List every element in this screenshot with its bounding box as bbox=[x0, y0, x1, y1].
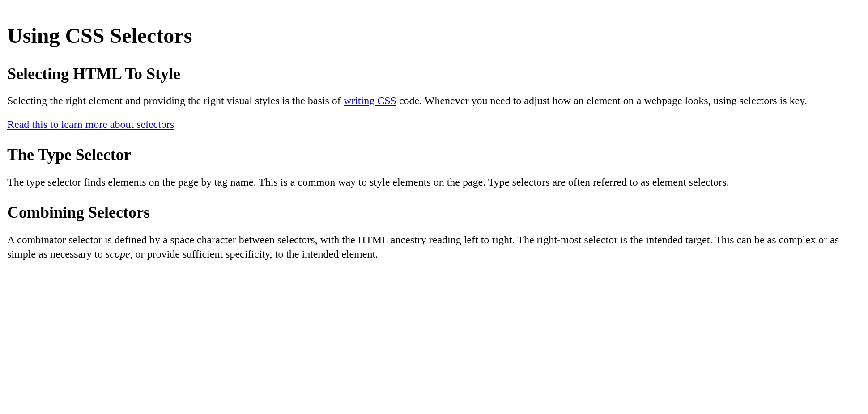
emphasis-scope: scope bbox=[106, 248, 130, 260]
paragraph-learn-more: Read this to learn more about selectors bbox=[7, 117, 861, 131]
paragraph-text: , or provide sufficient specificity, to … bbox=[130, 248, 379, 260]
paragraph-selecting: Selecting the right element and providin… bbox=[7, 93, 861, 108]
writing-css-link[interactable]: writing CSS bbox=[344, 95, 396, 106]
section-heading-combining: Combining Selectors bbox=[7, 202, 861, 224]
paragraph-combining: A combinator selector is defined by a sp… bbox=[7, 232, 861, 262]
paragraph-text: Selecting the right element and providin… bbox=[7, 95, 344, 106]
paragraph-text: code. Whenever you need to adjust how an… bbox=[396, 95, 807, 106]
learn-more-link[interactable]: Read this to learn more about selectors bbox=[7, 118, 174, 130]
section-heading-selecting: Selecting HTML To Style bbox=[7, 63, 861, 85]
paragraph-type-selector: The type selector finds elements on the … bbox=[7, 175, 861, 189]
section-heading-type-selector: The Type Selector bbox=[7, 144, 861, 166]
page-title: Using CSS Selectors bbox=[7, 21, 861, 51]
